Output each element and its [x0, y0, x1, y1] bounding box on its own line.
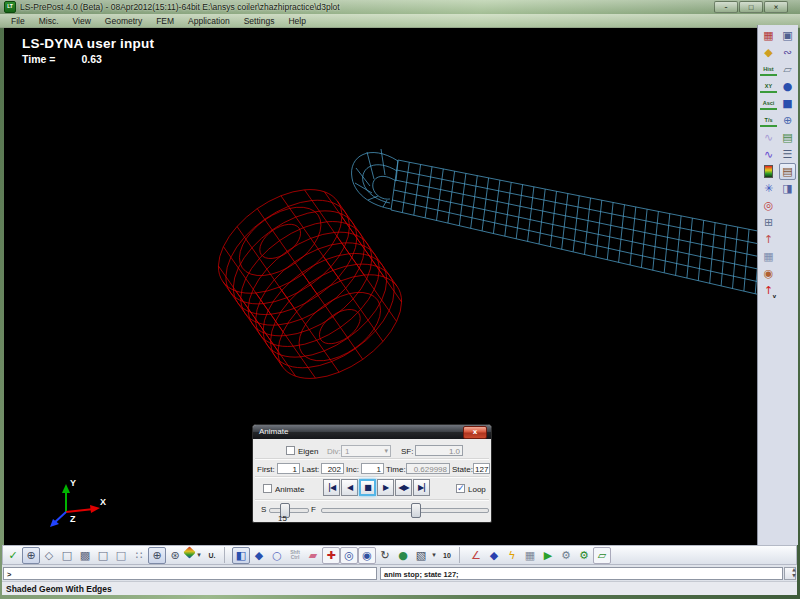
part-table-icon[interactable]: ▤	[779, 129, 796, 146]
zoom-region-icon[interactable]: ◎	[340, 547, 358, 564]
pick-model-icon[interactable]: ◆	[760, 44, 777, 61]
solid-view-icon[interactable]: ◆	[250, 547, 268, 564]
animate-checkbox[interactable]	[263, 484, 272, 493]
mesh-quality-icon[interactable]: ✓	[4, 547, 22, 564]
animate-model-icon[interactable]: ▦	[760, 27, 777, 44]
eraser-icon[interactable]: ▰	[304, 547, 322, 564]
fine-mesh-cube-icon[interactable]: ▩	[76, 547, 94, 564]
node-grid-icon[interactable]: ▦	[521, 547, 539, 564]
command-input[interactable]: >	[3, 567, 377, 580]
state-field[interactable]: 127	[473, 463, 490, 474]
window-titlebar[interactable]: LT LS-PrePost 4.0 (Beta) - 08Apr2012(15:…	[0, 0, 800, 14]
render-dropdown-icon[interactable]: ▾	[195, 547, 203, 564]
shift-ctrl-hint[interactable]: Shft Ctrl	[286, 547, 304, 564]
view-cube-icon[interactable]: ◧	[232, 547, 250, 564]
dialog-close-button[interactable]: x	[463, 426, 487, 439]
menu-item-file[interactable]: File	[4, 15, 32, 27]
menu-item-geometry[interactable]: Geometry	[98, 15, 149, 27]
rotate-view-icon[interactable]: ↻	[376, 547, 394, 564]
feature-cube-icon[interactable]: □	[112, 547, 130, 564]
data-table-icon[interactable]: ▦	[760, 248, 777, 265]
first-state-button[interactable]: |◀	[323, 479, 340, 496]
close-button[interactable]: ×	[764, 1, 788, 13]
time-label: Time =	[22, 53, 55, 65]
gears-icon[interactable]: ⚙	[557, 547, 575, 564]
stop-button[interactable]: ■	[359, 479, 376, 496]
plane-geometry-icon[interactable]: ▱	[779, 61, 796, 78]
menu-item-misc[interactable]: Misc.	[32, 15, 66, 27]
undeformed-toggle[interactable]: U.	[203, 547, 221, 564]
angle-value[interactable]: 10	[438, 547, 456, 564]
shaded-cube-icon[interactable]: ◇	[40, 547, 58, 564]
sf-field[interactable]: 1.0	[415, 445, 463, 456]
node-cloud-icon[interactable]: ∷	[130, 547, 148, 564]
history-plot-icon[interactable]: Hist	[760, 63, 777, 76]
viewport-3d[interactable]: Y X Z LS-DYNA user input Time =0.63 Anim…	[4, 28, 757, 545]
animate-dialog-titlebar[interactable]: Animate x	[253, 425, 491, 439]
maximize-button[interactable]: □	[739, 1, 763, 13]
spline-tools-icon[interactable]: ∿	[760, 146, 777, 163]
perspective-box-icon[interactable]: ▧	[412, 547, 430, 564]
mesh-sphere-shaded-icon[interactable]: ⊛	[166, 547, 184, 564]
shaded-mesh-sphere-icon[interactable]: ⊕	[22, 547, 40, 564]
div-select[interactable]: 1▾	[341, 445, 391, 457]
zoom-arrow-icon[interactable]: ◉	[358, 547, 376, 564]
solid-box-icon[interactable]: ■	[779, 95, 796, 112]
time-history-plot-icon[interactable]: T/s	[760, 114, 777, 127]
inc-field[interactable]: 1	[361, 463, 384, 474]
quick-keyword-icon[interactable]: ϟ	[503, 547, 521, 564]
gears-active-icon[interactable]: ⚙	[575, 547, 593, 564]
last-state-button[interactable]: ▶|	[413, 479, 430, 496]
fringe-colorbar-icon[interactable]	[764, 165, 773, 178]
local-axes-icon[interactable]: ∠	[467, 547, 485, 564]
edge-cube-icon[interactable]: □	[94, 547, 112, 564]
menu-item-help[interactable]: Help	[281, 15, 312, 27]
eigen-checkbox[interactable]	[286, 446, 295, 455]
last-field[interactable]: 202	[321, 463, 344, 474]
mesh-globe-icon[interactable]: ⊕	[779, 112, 796, 129]
state-slider-track[interactable]	[321, 508, 489, 513]
active-part-cube-icon[interactable]: ◆	[485, 547, 503, 564]
angle-dropdown-icon[interactable]: ▾	[430, 547, 438, 564]
play-macro-icon[interactable]: ▶	[539, 547, 557, 564]
sphere-geometry-icon[interactable]: ●	[779, 78, 796, 95]
zoom-in-box-icon[interactable]: ✚	[322, 547, 340, 564]
state-slider-handle[interactable]	[411, 503, 421, 518]
wire-sphere-icon[interactable]: ○	[268, 547, 286, 564]
ascii-plot-icon[interactable]: Asci	[760, 97, 777, 110]
bounce-button[interactable]: ◀▶	[395, 479, 412, 496]
fringe-diamond-icon[interactable]	[183, 546, 195, 558]
plot-window-icon[interactable]: ▱	[593, 547, 611, 564]
menu-item-fem[interactable]: FEM	[149, 15, 181, 27]
curve-spring-icon[interactable]: ∾	[779, 44, 796, 61]
message-scroll-spinner[interactable]: ▲▼	[784, 567, 796, 580]
page-switch-icon[interactable]: ▣	[779, 27, 796, 44]
menu-item-settings[interactable]: Settings	[237, 15, 282, 27]
model-title-overlay: LS-DYNA user input	[22, 36, 154, 51]
loop-checkbox[interactable]	[456, 484, 465, 493]
fringe-plot-icon[interactable]: ✳	[760, 180, 777, 197]
vector-plot-icon[interactable]: ↑	[760, 231, 777, 248]
prev-state-button[interactable]: ◀	[341, 479, 358, 496]
play-button[interactable]: ▶	[377, 479, 394, 496]
globe-view-icon[interactable]: ●	[394, 547, 412, 564]
keyword-manager-icon[interactable]: ☰	[779, 146, 796, 163]
velocity-vector-icon[interactable]: ↑v	[760, 282, 777, 299]
toolbar-separator	[224, 547, 230, 563]
menu-item-view[interactable]: View	[66, 15, 98, 27]
message-field[interactable]: anim stop; state 127;	[380, 567, 783, 580]
first-field[interactable]: 1	[277, 463, 300, 474]
menu-item-application[interactable]: Application	[181, 15, 237, 27]
xy-plot-icon[interactable]: XY	[760, 80, 777, 93]
main-menu-icon[interactable]: ▤	[779, 163, 796, 180]
curve-tools-icon[interactable]: ∿	[760, 129, 777, 146]
page-info-icon[interactable]: ◨	[779, 180, 796, 197]
spin-down-icon[interactable]: ▼	[785, 573, 800, 579]
particle-trace-icon[interactable]: ◉	[760, 265, 777, 282]
find-element-icon[interactable]: ⊞	[760, 214, 777, 231]
section-plane-icon[interactable]: ◎	[760, 197, 777, 214]
dlg-time-field[interactable]: 0.629998	[406, 463, 450, 474]
mesh-sphere-edges-icon[interactable]: ⊕	[148, 547, 166, 564]
minimize-button[interactable]: –	[714, 1, 738, 13]
wire-cube-icon[interactable]: □	[58, 547, 76, 564]
